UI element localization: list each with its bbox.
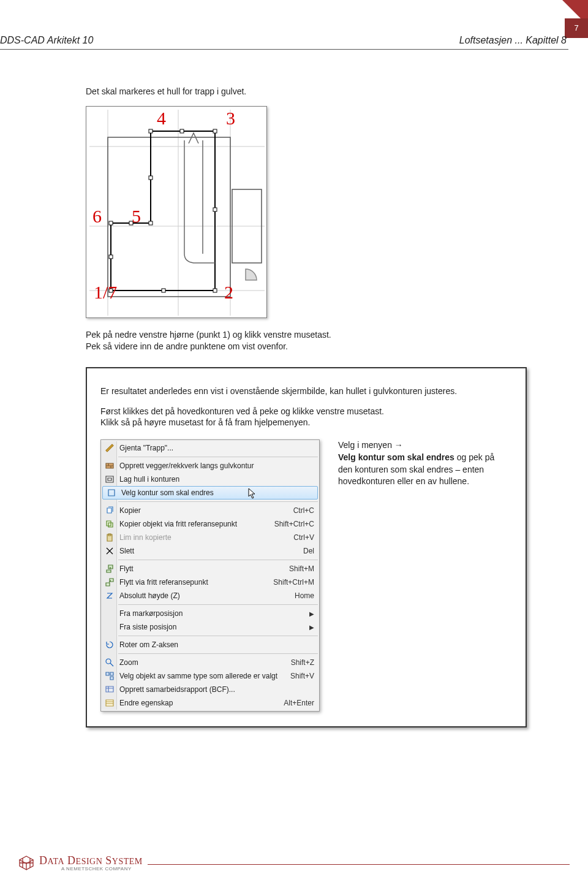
menu-item-delete-7[interactable]: SlettDel (101, 544, 319, 558)
menu-item-item-11[interactable]: Fra markørposisjon▶ (101, 607, 319, 620)
footer-sub: A NEMETSCHEK COMPANY (61, 866, 143, 872)
menu-item-moveref-9[interactable]: Flytt via fritt referansepunktShift+Ctrl… (101, 575, 319, 589)
menu-item-selectsame-15[interactable]: Velg objekt av samme type som allerede e… (101, 669, 319, 683)
menu-item-shortcut: Del (298, 547, 314, 555)
footer-rule (148, 864, 570, 865)
ruler-icon (104, 443, 116, 453)
menu-item-label: Fra markørposisjon (119, 609, 306, 618)
header-left: DDS-CAD Arkitekt 10 (0, 35, 93, 46)
move-icon (104, 564, 116, 574)
menu-item-zoom-14[interactable]: ZoomShift+Z (101, 656, 319, 669)
rotate-icon (104, 640, 116, 650)
moveref-icon (104, 577, 116, 587)
svg-rect-12 (213, 289, 217, 292)
menu-item-rotate-13[interactable]: Roter om Z-aksen (101, 638, 319, 651)
menu-item-label: Opprett vegger/rekkverk langs gulvkontur (119, 461, 314, 470)
menu-item-label: Lag hull i konturen (119, 475, 314, 484)
blank-icon (104, 622, 116, 632)
svg-rect-15 (109, 255, 113, 259)
point-label-6: 6 (92, 206, 102, 227)
blank-icon (104, 609, 116, 618)
cad-screenshot: 4 3 5 6 2 1/7 (86, 106, 267, 318)
page-footer: DATA DESIGN SYSTEM A NEMETSCHEK COMPANY (18, 854, 570, 872)
zoom-icon (104, 658, 116, 667)
z-icon (104, 591, 116, 601)
point-label-2: 2 (224, 282, 233, 303)
menu-item-properties-17[interactable]: Endre egenskapAlt+Enter (101, 696, 319, 710)
menu-item-label: Kopier (119, 506, 288, 515)
svg-rect-13 (162, 289, 165, 292)
menu-item-label: Zoom (119, 658, 286, 667)
menu-item-shortcut: Home (290, 591, 314, 600)
hole-icon (104, 474, 116, 484)
after-para-2: Pek så videre inn de andre punktene om v… (86, 341, 527, 352)
menu-separator (118, 501, 318, 502)
menu-item-copyref-5[interactable]: Kopier objekt via fritt referansepunktSh… (101, 517, 319, 531)
menu-separator (118, 457, 318, 457)
menu-item-shortcut: Shift+Ctrl+M (268, 578, 314, 587)
point-label-17: 1/7 (94, 282, 117, 303)
menu-item-shortcut: Ctrl+V (288, 533, 314, 542)
svg-rect-11 (213, 208, 217, 211)
menu-item-copy-4[interactable]: KopierCtrl+C (101, 504, 319, 517)
box-para-1: Er resultatet anderledes enn vist i oven… (100, 386, 512, 397)
menu-item-label: Gjenta "Trapp"... (119, 444, 314, 452)
menu-item-shortcut: Shift+M (284, 564, 314, 573)
menu-item-label: Absolutt høyde (Z) (119, 591, 290, 600)
copyref-icon (104, 519, 116, 529)
menu-item-hole-2[interactable]: Lag hull i konturen (101, 473, 319, 486)
svg-rect-16 (109, 221, 113, 225)
menu-separator (118, 604, 318, 605)
menu-item-move-8[interactable]: FlyttShift+M (101, 562, 319, 575)
menu-item-label: Kopier objekt via fritt referansepunkt (119, 520, 270, 528)
point-label-5: 5 (132, 206, 141, 227)
header-right: Loftsetasjen ... Kapittel 8 (459, 35, 567, 46)
box-side-text: Velg i menyen → Velg kontur som skal end… (338, 439, 497, 487)
side-bold: Velg kontur som skal endres (338, 452, 454, 462)
svg-rect-8 (149, 129, 153, 133)
point-label-3: 3 (226, 108, 235, 129)
logo-icon (18, 855, 34, 871)
cursor-icon (248, 488, 257, 499)
svg-rect-10 (213, 129, 217, 133)
context-menu: Gjenta "Trapp"...Opprett vegger/rekkverk… (100, 439, 320, 712)
menu-separator (118, 560, 318, 560)
menu-item-contour-3[interactable]: Velg kontur som skal endres (102, 486, 318, 499)
properties-icon (104, 698, 116, 708)
header-rule (0, 49, 568, 50)
menu-item-shortcut: Alt+Enter (279, 699, 314, 707)
svg-rect-19 (149, 176, 153, 180)
menu-item-label: Flytt via fritt referansepunkt (119, 578, 268, 587)
footer-brand: DATA DESIGN SYSTEM (39, 854, 143, 867)
box-para-2: Først klikkes det på hovedkonturen ved å… (100, 406, 512, 417)
contour-icon (105, 488, 118, 498)
svg-rect-18 (149, 221, 153, 225)
menu-item-shortcut: Shift+Ctrl+C (270, 520, 314, 528)
menu-item-bcf-16[interactable]: Opprett samarbeidsrapport (BCF)... (101, 683, 319, 696)
menu-item-wall-1[interactable]: Opprett vegger/rekkverk langs gulvkontur (101, 459, 319, 473)
menu-item-item-12[interactable]: Fra siste posisjon▶ (101, 620, 319, 634)
menu-separator (118, 653, 318, 654)
svg-rect-9 (180, 129, 184, 133)
menu-item-label: Slett (119, 547, 298, 555)
page-header: DDS-CAD Arkitekt 10 Loftsetasjen ... Kap… (0, 35, 570, 48)
menu-item-shortcut: Shift+V (285, 672, 314, 680)
box-para-3: Klikk så på høyre musetast for å få fram… (100, 417, 512, 428)
menu-item-ruler-0[interactable]: Gjenta "Trapp"... (101, 441, 319, 455)
submenu-arrow-icon: ▶ (309, 610, 314, 617)
menu-item-label: Velg objekt av samme type som allerede e… (119, 672, 285, 680)
copy-icon (104, 506, 116, 515)
menu-item-z-10[interactable]: Absolutt høyde (Z)Home (101, 589, 319, 602)
paste-icon (104, 533, 116, 542)
menu-item-label: Lim inn kopierte (119, 533, 288, 542)
menu-item-shortcut: Ctrl+C (288, 506, 314, 515)
menu-item-paste-6[interactable]: Lim inn kopierteCtrl+V (101, 531, 319, 544)
submenu-arrow-icon: ▶ (309, 624, 314, 631)
menu-item-label: Endre egenskap (119, 699, 279, 707)
delete-icon (104, 546, 116, 556)
side-lead: Velg i menyen → (338, 440, 403, 450)
wall-icon (104, 461, 116, 471)
info-box: Er resultatet anderledes enn vist i oven… (86, 367, 527, 728)
bcf-icon (104, 685, 116, 694)
menu-item-label: Flytt (119, 564, 284, 573)
